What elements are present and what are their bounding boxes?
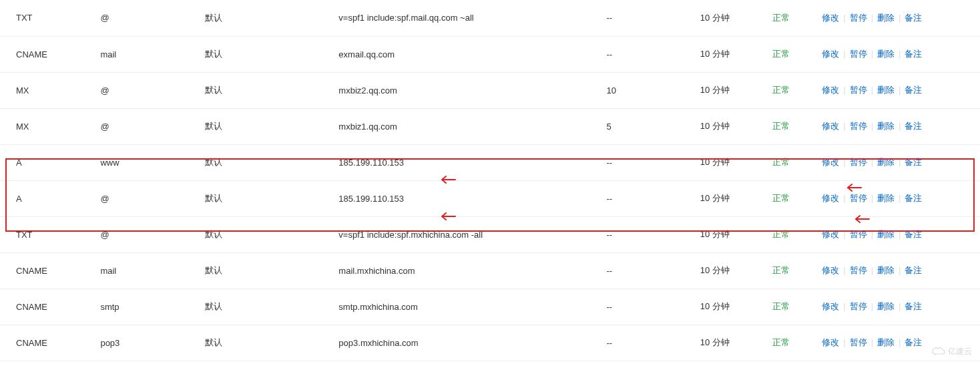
cell-line: 默认 [205, 252, 339, 289]
cell-actions: 修改|暂停|删除|备注 [819, 0, 980, 36]
delete-link[interactable]: 删除 [875, 229, 897, 239]
delete-link[interactable]: 删除 [875, 337, 897, 347]
cell-line: 默认 [205, 36, 339, 72]
dns-records-table: TXT@默认v=spf1 include:spf.mail.qq.com ~al… [0, 0, 980, 361]
edit-link[interactable]: 修改 [819, 49, 842, 59]
pause-link[interactable]: 暂停 [847, 157, 870, 167]
pause-link[interactable]: 暂停 [847, 49, 870, 59]
cell-host: www [100, 144, 204, 180]
cell-value: mxbiz1.qq.com [338, 108, 606, 144]
delete-link[interactable]: 删除 [875, 193, 897, 203]
pause-link[interactable]: 暂停 [847, 337, 870, 347]
cell-ttl: 10 分钟 [700, 252, 772, 289]
cell-actions: 修改|暂停|删除|备注 [819, 289, 980, 325]
delete-link[interactable]: 删除 [875, 85, 897, 95]
delete-link[interactable]: 删除 [875, 49, 897, 59]
edit-link[interactable]: 修改 [819, 265, 842, 275]
pause-link[interactable]: 暂停 [847, 265, 870, 275]
cell-ttl: 10 分钟 [700, 0, 772, 36]
remark-link[interactable]: 备注 [902, 193, 925, 203]
cell-priority: -- [606, 0, 700, 36]
cell-ttl: 10 分钟 [700, 108, 772, 144]
cell-status: 正常 [772, 216, 819, 252]
cell-priority: -- [606, 252, 700, 289]
remark-link[interactable]: 备注 [902, 229, 925, 239]
edit-link[interactable]: 修改 [819, 121, 842, 131]
pause-link[interactable]: 暂停 [847, 193, 870, 203]
cell-priority: -- [606, 289, 700, 325]
remark-link[interactable]: 备注 [902, 13, 925, 23]
cell-ttl: 10 分钟 [700, 289, 772, 325]
cell-ttl: 10 分钟 [700, 325, 772, 361]
cell-actions: 修改|暂停|删除|备注 [819, 252, 980, 289]
edit-link[interactable]: 修改 [819, 229, 842, 239]
remark-link[interactable]: 备注 [902, 265, 925, 275]
cell-type: TXT [0, 216, 100, 252]
edit-link[interactable]: 修改 [819, 337, 842, 347]
delete-link[interactable]: 删除 [875, 301, 897, 311]
cell-status: 正常 [772, 252, 819, 289]
pause-link[interactable]: 暂停 [847, 85, 870, 95]
edit-link[interactable]: 修改 [819, 85, 842, 95]
delete-link[interactable]: 删除 [875, 265, 897, 275]
remark-link[interactable]: 备注 [902, 301, 925, 311]
table-row: MX@默认mxbiz2.qq.com1010 分钟正常修改|暂停|删除|备注 [0, 72, 980, 108]
edit-link[interactable]: 修改 [819, 301, 842, 311]
cell-type: A [0, 144, 100, 180]
cell-line: 默认 [205, 325, 339, 361]
edit-link[interactable]: 修改 [819, 157, 842, 167]
cell-priority: -- [606, 180, 700, 216]
cell-ttl: 10 分钟 [700, 144, 772, 180]
cell-ttl: 10 分钟 [700, 216, 772, 252]
cell-status: 正常 [772, 0, 819, 36]
edit-link[interactable]: 修改 [819, 193, 842, 203]
cell-priority: 10 [606, 72, 700, 108]
cell-line: 默认 [205, 180, 339, 216]
table-row: CNAMEsmtp默认smtp.mxhichina.com--10 分钟正常修改… [0, 289, 980, 325]
cell-type: CNAME [0, 289, 100, 325]
cell-host: @ [100, 108, 204, 144]
cell-host: @ [100, 0, 204, 36]
table-row: TXT@默认v=spf1 include:spf.mail.qq.com ~al… [0, 0, 980, 36]
delete-link[interactable]: 删除 [875, 13, 897, 23]
cell-type: CNAME [0, 36, 100, 72]
remark-link[interactable]: 备注 [902, 337, 925, 347]
delete-link[interactable]: 删除 [875, 157, 897, 167]
cell-actions: 修改|暂停|删除|备注 [819, 36, 980, 72]
cell-host: mail [100, 252, 204, 289]
cell-value: v=spf1 include:spf.mxhichina.com -all [338, 216, 606, 252]
cell-host: mail [100, 36, 204, 72]
table-row: CNAMEpop3默认pop3.mxhichina.com--10 分钟正常修改… [0, 325, 980, 361]
cell-value: v=spf1 include:spf.mail.qq.com ~all [338, 0, 606, 36]
cell-status: 正常 [772, 72, 819, 108]
cell-actions: 修改|暂停|删除|备注 [819, 72, 980, 108]
cell-priority: -- [606, 36, 700, 72]
cell-ttl: 10 分钟 [700, 36, 772, 72]
cell-status: 正常 [772, 36, 819, 72]
cell-value: 185.199.110.153 [338, 180, 606, 216]
pause-link[interactable]: 暂停 [847, 13, 870, 23]
table-row: Awww默认185.199.110.153--10 分钟正常修改|暂停|删除|备… [0, 144, 980, 180]
pause-link[interactable]: 暂停 [847, 121, 870, 131]
cell-type: A [0, 180, 100, 216]
remark-link[interactable]: 备注 [902, 157, 925, 167]
remark-link[interactable]: 备注 [902, 121, 925, 131]
cell-value: mxbiz2.qq.com [338, 72, 606, 108]
cell-type: MX [0, 108, 100, 144]
cell-type: CNAME [0, 252, 100, 289]
cell-priority: -- [606, 216, 700, 252]
cell-type: MX [0, 72, 100, 108]
delete-link[interactable]: 删除 [875, 121, 897, 131]
cell-ttl: 10 分钟 [700, 72, 772, 108]
remark-link[interactable]: 备注 [902, 49, 925, 59]
cell-actions: 修改|暂停|删除|备注 [819, 216, 980, 252]
cell-status: 正常 [772, 180, 819, 216]
remark-link[interactable]: 备注 [902, 85, 925, 95]
cell-status: 正常 [772, 144, 819, 180]
cell-host: pop3 [100, 325, 204, 361]
cell-line: 默认 [205, 289, 339, 325]
pause-link[interactable]: 暂停 [847, 229, 870, 239]
cell-type: CNAME [0, 325, 100, 361]
pause-link[interactable]: 暂停 [847, 301, 870, 311]
edit-link[interactable]: 修改 [819, 13, 842, 23]
